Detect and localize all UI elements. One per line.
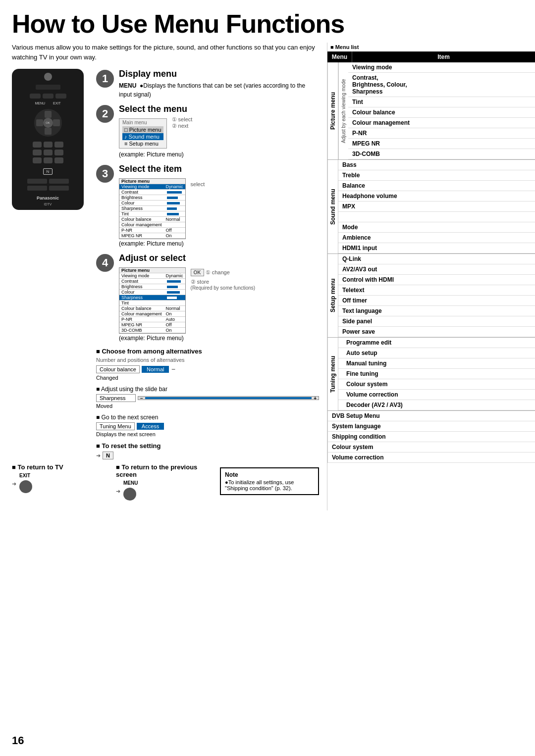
other-item-syslang: System language: [328, 421, 535, 432]
tuning-item-colour-system: Colour system: [338, 379, 535, 390]
main-menu-mockup: Main menu □ Picture menu ♪ Sound menu ≡ …: [119, 118, 167, 149]
sound-menu-label: Sound menu: [327, 160, 338, 253]
reset-n-button[interactable]: N: [103, 452, 113, 459]
to-prev-heading: ■ To return to the previous screen: [116, 463, 215, 478]
tuning-item-fine-tuning: Fine tuning: [338, 369, 535, 379]
menu-circle[interactable]: [123, 488, 136, 501]
other-items-list: DVB Setup Menu System language Shipping …: [327, 411, 535, 463]
go-item-label: Tuning Menu: [96, 422, 135, 430]
alt-dots: ···: [171, 365, 174, 374]
slider-item-label: Sharpness: [96, 394, 136, 402]
store-note: (Required by some functions): [191, 285, 256, 291]
picture-item-colour-balance: Colour balance: [348, 107, 535, 118]
sound-item-balance: Balance: [338, 181, 535, 191]
exit-button-label: EXIT: [19, 473, 32, 478]
menu-item-setup: ≡ Setup menu: [122, 140, 163, 147]
alt-item-value: Normal: [142, 366, 169, 373]
main-menu-label: Main menu: [122, 120, 163, 125]
go-access-label: Access: [137, 423, 164, 430]
sound-item-mpx: MPX: [338, 202, 535, 212]
slider-track: − +: [138, 396, 319, 400]
page-title: How to Use Menu Functions: [0, 0, 535, 43]
alternatives-desc: Number and positions of alternatives: [96, 357, 319, 363]
slider-minus: −: [140, 396, 143, 401]
tuning-items-list: Programme edit Auto setup Manual tuning …: [338, 338, 535, 410]
go-next-block: ■ Go to the next screen Tuning Menu Acce…: [96, 414, 319, 437]
section-2: 2 Select the menu Main menu □ Picture me…: [96, 104, 319, 159]
picture-item-contrast: Contrast,Brightness, Colour,Sharpness: [348, 73, 535, 97]
section-1-desc: Displays the functions that can be set (…: [119, 82, 305, 98]
other-item-shipping: Shipping condition: [328, 432, 535, 442]
section-4-title: Adjust or select: [119, 253, 319, 263]
alt-item-label: Colour balance: [96, 365, 140, 373]
picture-item-mpegnr: MPEG NR: [348, 139, 535, 149]
store-label: ② store: [191, 279, 210, 285]
picture-menu-table-4: Picture menu Viewing modeDynamic Contras…: [119, 267, 186, 334]
tuning-menu-section: Tuning menu Programme edit Auto setup Ma…: [327, 338, 535, 410]
section-3: 3 Select the item Picture menu Viewing m…: [96, 164, 319, 248]
menu-list: ■ Menu list Menu Item Picture menu Adjus…: [327, 43, 535, 510]
badge-4: 4: [96, 254, 114, 272]
menu-item-sound: ♪ Sound menu: [122, 133, 163, 140]
slider-plus: +: [314, 396, 317, 401]
other-item-dvb: DVB Setup Menu: [328, 411, 535, 421]
sound-item-spacer: [338, 212, 535, 222]
adjust-label: Adjust by each viewing mode: [338, 62, 348, 159]
badge-3: 3: [96, 165, 114, 183]
setup-item-control-hdmi: Control with HDMI: [338, 275, 535, 285]
sound-items-list: Bass Treble Balance Headphone volume MPX…: [338, 160, 535, 253]
slider-block: ■ Adjust using the slide bar Sharpness −…: [96, 386, 319, 409]
picture-item-3dcomb: 3D-COMB: [348, 149, 535, 159]
moved-label: Moved: [96, 403, 319, 409]
setup-menu-section: Setup menu Q-Link AV2/AV3 out Control wi…: [327, 254, 535, 337]
menu-list-header: Menu Item: [327, 51, 535, 62]
page-number: 16: [12, 734, 24, 747]
sound-item-bass: Bass: [338, 160, 535, 170]
changed-label: Changed: [96, 375, 319, 381]
badge-1: 1: [96, 70, 114, 88]
tuning-menu-label: Tuning menu: [327, 338, 338, 410]
section-2-title: Select the menu: [119, 104, 319, 114]
to-tv-section: ■ To return to TV ➜ EXIT: [12, 463, 111, 503]
section-1-menu-label: MENU: [119, 82, 136, 89]
to-prev-section: ■ To return to the previous screen ➜ MEN…: [116, 463, 215, 503]
menu-item-picture: □ Picture menu: [122, 126, 163, 133]
other-item-vol-corr: Volume correction: [328, 453, 535, 463]
tuning-item-manual-tuning: Manual tuning: [338, 358, 535, 369]
sound-item-hdmi: HDMI1 input: [338, 243, 535, 253]
sound-item-treble: Treble: [338, 170, 535, 181]
reset-block: ■ To reset the setting ➜ N: [96, 442, 319, 459]
alternatives-heading: ■ Choose from among alternatives: [96, 348, 319, 355]
displays-label: Displays the next screen: [96, 431, 319, 437]
setup-item-teletext: Teletext: [338, 285, 535, 296]
tuning-item-decoder: Decoder (AV2 / AV3): [338, 400, 535, 410]
note-text: ●To initialize all settings, use "Shippi…: [225, 479, 314, 491]
badge-2: 2: [96, 105, 114, 123]
setup-item-sidepanel: Side panel: [338, 316, 535, 327]
note-title: Note: [225, 471, 314, 478]
section-3-select: select: [191, 181, 205, 187]
section-1: 1 Display menu MENU ●Displays the functi…: [96, 69, 319, 99]
setup-item-qlink: Q-Link: [338, 254, 535, 264]
next-label: ② next: [172, 123, 193, 129]
tuning-item-auto-setup: Auto setup: [338, 348, 535, 358]
change-label: ① change: [206, 269, 230, 275]
exit-circle[interactable]: [19, 480, 32, 493]
setup-menu-label: Setup menu: [327, 254, 338, 337]
menu-button-label: MENU: [123, 480, 138, 486]
section-3-title: Select the item: [119, 164, 319, 174]
picture-item-tint: Tint: [348, 97, 535, 107]
picture-menu-table-3: Picture menu Viewing modeDynamic Contras…: [119, 178, 186, 239]
setup-item-powersave: Power save: [338, 327, 535, 337]
tuning-item-prog-edit: Programme edit: [338, 338, 535, 348]
other-item-colour-sys: Colour system: [328, 442, 535, 453]
reset-heading: ■ To reset the setting: [96, 442, 319, 450]
section-4-caption: (example: Picture menu): [119, 334, 319, 343]
picture-item-viewing: Viewing mode: [348, 62, 535, 73]
intro-text: Various menus allow you to make settings…: [12, 43, 319, 62]
sound-menu-section: Sound menu Bass Treble Balance Headphone…: [327, 160, 535, 253]
sound-item-headphone: Headphone volume: [338, 191, 535, 202]
sound-item-mode: Mode: [338, 222, 535, 233]
picture-item-pnr: P-NR: [348, 128, 535, 139]
select-label: ① select: [172, 116, 193, 123]
